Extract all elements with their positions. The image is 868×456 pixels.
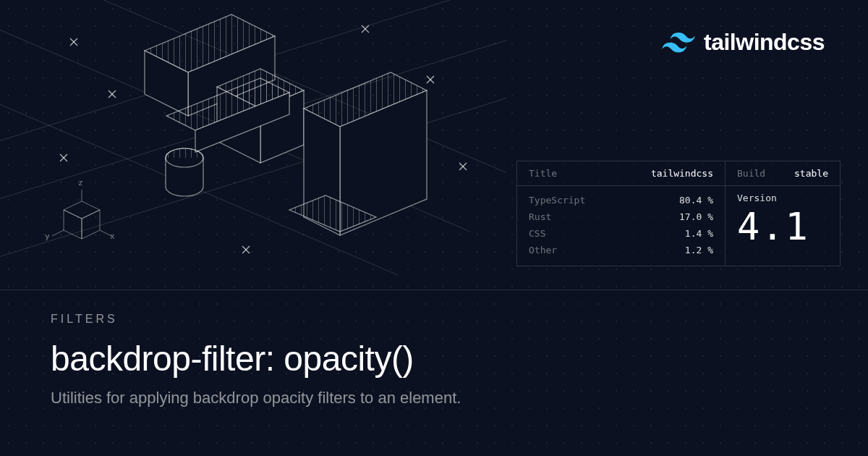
svg-marker-36 [82, 210, 100, 239]
svg-marker-37 [64, 210, 82, 239]
lang-row: Rust 17.0 % [517, 208, 725, 225]
panel-build-value: stable [794, 168, 828, 179]
panel-langs: TypeScript 80.4 % Rust 17.0 % CSS 1.4 % … [517, 186, 725, 266]
svg-line-40 [52, 230, 64, 236]
lang-row: Other 1.2 % [517, 242, 725, 258]
divider [0, 290, 868, 290]
panel-build-label: Build [737, 168, 765, 179]
panel-title-label: Title [529, 168, 557, 179]
footer: FILTERS backdrop-filter: opacity() Utili… [51, 313, 817, 408]
axis-y-label: y [45, 232, 50, 241]
panel-version-value: 4.1 [726, 203, 840, 256]
page-subtitle: Utilities for applying backdrop opacity … [51, 389, 817, 408]
axis-z-label: z [78, 178, 83, 187]
panel-version-label: Version [737, 193, 777, 203]
panel-title-value: tailwindcss [651, 168, 713, 179]
lang-row: TypeScript 80.4 % [517, 192, 725, 208]
brand: tailwindcss [662, 29, 825, 56]
page-title: backdrop-filter: opacity() [51, 339, 817, 379]
tailwind-logo-icon [662, 33, 695, 53]
svg-marker-35 [64, 201, 100, 219]
info-panel: Title tailwindcss TypeScript 80.4 % Rust… [516, 161, 841, 266]
lang-row: CSS 1.4 % [517, 225, 725, 242]
kicker: FILTERS [51, 313, 817, 326]
axis-gizmo: z x y [49, 188, 114, 253]
axis-x-label: x [110, 232, 115, 241]
brand-name: tailwindcss [704, 29, 825, 56]
